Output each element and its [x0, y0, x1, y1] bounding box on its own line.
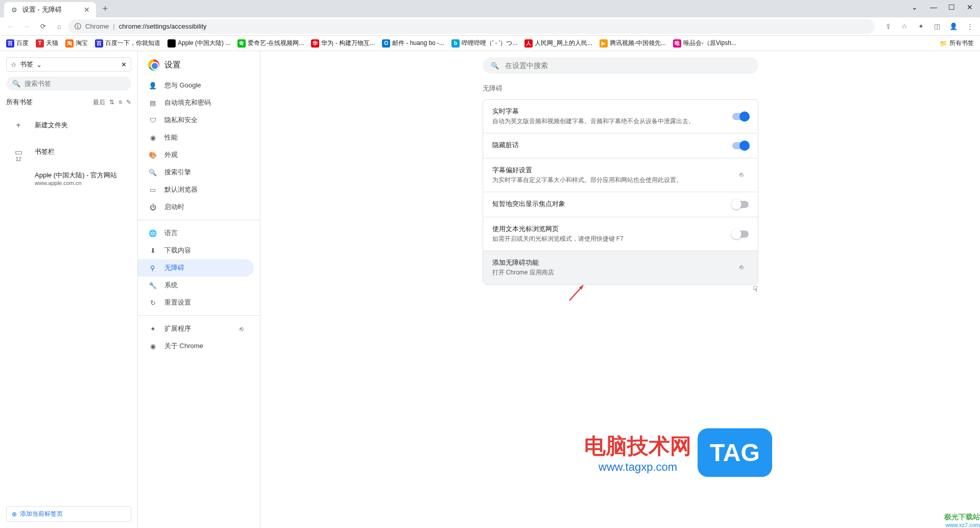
filter-icon[interactable]: ⇅: [109, 99, 114, 106]
nav-default-browser[interactable]: ▭默认浏览器: [138, 181, 254, 198]
close-button[interactable]: ✕: [967, 3, 973, 11]
plus-icon: +: [16, 121, 20, 130]
nav-search-engine[interactable]: 🔍搜索引擎: [138, 164, 254, 181]
search-icon: 🔍: [491, 62, 499, 70]
bookmark-item[interactable]: 唯唯品会-（原Vipsh...: [670, 37, 739, 50]
close-tab-icon[interactable]: ✕: [84, 6, 90, 14]
reload-button[interactable]: ⟳: [36, 19, 50, 34]
nav-divider: [138, 315, 260, 316]
minimize-button[interactable]: —: [930, 3, 936, 11]
settings-search-input[interactable]: [505, 61, 750, 70]
sidepanel-icon[interactable]: ◫: [930, 19, 944, 34]
edit-icon[interactable]: ✎: [126, 99, 131, 106]
browser-tab[interactable]: ⚙ 设置 - 无障碍 ✕: [4, 2, 96, 17]
url-scheme: Chrome: [85, 22, 109, 30]
bookmark-search[interactable]: 🔍: [6, 77, 131, 90]
setting-live-caption[interactable]: 实时字幕自动为英文版音频和视频创建字幕。音频和字幕绝不会从设备中泄露出去。: [483, 100, 758, 133]
bookmark-item[interactable]: O邮件 - huang bo -...: [379, 37, 447, 50]
menu-icon[interactable]: ⋮: [963, 19, 977, 34]
chrome-icon: ◉: [148, 342, 157, 350]
new-folder-button[interactable]: + 新建文件夹: [6, 112, 131, 139]
nav-startup[interactable]: ⏻启动时: [138, 198, 254, 216]
shield-icon: 🛡: [148, 117, 157, 124]
settings-title: 设置: [164, 60, 181, 71]
nav-divider: [138, 220, 260, 220]
bookmark-star-icon[interactable]: ☆: [897, 19, 912, 34]
extensions-icon[interactable]: ✦: [914, 19, 928, 34]
toggle-switch[interactable]: [732, 201, 749, 208]
forward-button[interactable]: →: [19, 19, 34, 34]
section-title: 无障碍: [483, 84, 758, 93]
setting-add-accessibility[interactable]: 添加无障碍功能打开 Chrome 应用商店 ⎋: [483, 251, 758, 284]
settings-search[interactable]: 🔍: [483, 57, 758, 74]
svg-marker-1: [579, 285, 583, 290]
toggle-switch[interactable]: [732, 113, 749, 120]
sort-label[interactable]: 最后: [93, 98, 105, 107]
bookmark-item[interactable]: 百百度: [3, 37, 32, 50]
view-icon[interactable]: ≡: [118, 99, 122, 106]
all-bookmarks-folder[interactable]: 📁所有书签: [937, 37, 977, 50]
new-tab-button[interactable]: +: [98, 2, 112, 16]
toggle-switch[interactable]: [732, 231, 749, 238]
bookmark-bar-folder[interactable]: ▭12 书签栏: [6, 139, 131, 165]
add-current-tab-button[interactable]: ⊕ 添加当前标签页: [6, 506, 131, 522]
panel-selector[interactable]: ☆ 书签 ⌄ ✕: [6, 57, 131, 72]
corner-watermark: 极光下载站 www.xz7.com: [944, 513, 980, 528]
nav-reset[interactable]: ↻重置设置: [138, 294, 254, 311]
toggle-switch[interactable]: [732, 142, 749, 149]
accessibility-card: 实时字幕自动为英文版音频和视频创建字幕。音频和字幕绝不会从设备中泄露出去。 隐藏…: [483, 99, 758, 285]
site-info-icon[interactable]: ⓘ: [75, 22, 81, 31]
share-icon[interactable]: ⇪: [881, 19, 895, 34]
toolbar-actions: ⇪ ☆ ✦ ◫ 👤 ⋮: [881, 19, 977, 34]
nav-accessibility[interactable]: ⚲无障碍: [138, 259, 254, 277]
chevron-down-icon: ⌄: [36, 61, 42, 68]
wrench-icon: 🔧: [148, 282, 157, 289]
accessibility-icon: ⚲: [148, 264, 157, 272]
setting-hide-profanity[interactable]: 隐藏脏话: [483, 133, 758, 158]
nav-system[interactable]: 🔧系统: [138, 277, 254, 294]
nav-privacy[interactable]: 🛡隐私和安全: [138, 111, 254, 129]
address-bar[interactable]: ⓘ Chrome | chrome://settings/accessibili…: [68, 19, 875, 34]
watermark-title: 电脑技术网: [584, 432, 691, 461]
paint-icon: 🎨: [148, 151, 157, 159]
plus-circle-icon: ⊕: [12, 511, 17, 518]
bookmark-item[interactable]: Apple (中国大陆) ...: [164, 37, 233, 50]
star-icon: ☆: [11, 61, 17, 68]
watermark: 电脑技术网 www.tagxp.com TAG: [584, 428, 772, 477]
settings-header: 设置: [138, 59, 260, 77]
bookmark-entry-apple[interactable]: Apple (中国大陆) - 官方网站 www.apple.com.cn: [6, 165, 131, 192]
home-button[interactable]: ⌂: [52, 19, 66, 34]
tab-title: 设置 - 无障碍: [22, 5, 62, 14]
nav-downloads[interactable]: ⬇下载内容: [138, 242, 254, 259]
nav-autofill[interactable]: ▤自动填充和密码: [138, 94, 254, 111]
nav-about-chrome[interactable]: ◉关于 Chrome: [138, 337, 254, 355]
dropdown-icon[interactable]: ⌄: [912, 3, 918, 11]
nav-language[interactable]: 🌐语言: [138, 224, 254, 242]
bookmarks-bar: 百百度 T天猫 淘淘宝 百百度一下，你就知道 Apple (中国大陆) ... …: [0, 36, 980, 51]
bookmark-item[interactable]: 华华为 - 构建万物互...: [308, 37, 378, 50]
settings-sidebar: 设置 👤您与 Google ▤自动填充和密码 🛡隐私和安全 ◉性能 🎨外观 🔍搜…: [138, 51, 260, 528]
bookmark-item[interactable]: ▶腾讯视频-中国领先...: [596, 37, 669, 50]
settings-page: 设置 👤您与 Google ▤自动填充和密码 🛡隐私和安全 ◉性能 🎨外观 🔍搜…: [138, 51, 980, 528]
nav-performance[interactable]: ◉性能: [138, 129, 254, 146]
bookmark-item[interactable]: 淘淘宝: [62, 37, 91, 50]
gear-icon: ⚙: [10, 6, 18, 14]
watermark-url: www.tagxp.com: [599, 461, 677, 474]
bookmark-item[interactable]: T天猫: [33, 37, 61, 50]
nav-extensions[interactable]: ✦扩展程序⎋: [138, 320, 254, 337]
search-icon: 🔍: [12, 80, 20, 87]
bookmark-item[interactable]: 奇爱奇艺-在线视频网...: [234, 37, 307, 50]
setting-caption-prefs[interactable]: 字幕偏好设置为实时字幕自定义字幕大小和样式。部分应用和网站也会使用此设置。 ⎋: [483, 158, 758, 192]
profile-icon[interactable]: 👤: [946, 19, 961, 34]
bookmark-item[interactable]: 人人民网_网上的人民...: [521, 37, 595, 50]
back-button[interactable]: ←: [3, 19, 17, 34]
maximize-button[interactable]: ☐: [948, 3, 954, 11]
setting-caret-browsing[interactable]: 使用文本光标浏览网页如需开启或关闭光标浏览模式，请使用快捷键 F7: [483, 217, 758, 251]
bookmark-item[interactable]: b哔哩哔哩（' - '）つ...: [448, 37, 520, 50]
bookmark-search-input[interactable]: [25, 80, 125, 87]
nav-you-and-google[interactable]: 👤您与 Google: [138, 77, 254, 94]
setting-highlight-focus[interactable]: 短暂地突出显示焦点对象: [483, 192, 758, 217]
close-panel-icon[interactable]: ✕: [121, 61, 127, 68]
bookmark-item[interactable]: 百百度一下，你就知道: [92, 37, 163, 50]
nav-appearance[interactable]: 🎨外观: [138, 146, 254, 164]
